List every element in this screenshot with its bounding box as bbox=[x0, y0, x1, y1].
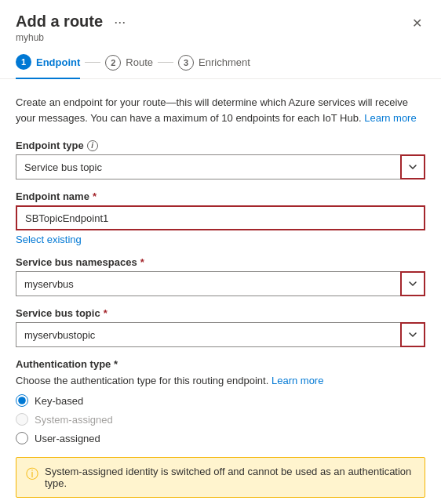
steps-bar: 1 Endpoint 2 Route 3 Enrichment bbox=[0, 43, 441, 79]
service-bus-namespaces-select-wrapper: myservbus bbox=[16, 271, 425, 296]
service-bus-topic-select-wrapper: myservbustopic bbox=[16, 322, 425, 347]
radio-system-assigned[interactable] bbox=[16, 413, 28, 426]
step-2-label: Route bbox=[126, 56, 153, 68]
step-3-label: Enrichment bbox=[199, 56, 250, 68]
service-bus-namespaces-select[interactable]: myservbus bbox=[16, 271, 425, 296]
endpoint-type-group: Endpoint type i Service bus topic bbox=[16, 140, 425, 179]
radio-key-based-label: Key-based bbox=[35, 395, 83, 407]
service-bus-topic-select[interactable]: myservbustopic bbox=[16, 322, 425, 347]
info-banner-text: System-assigned identity is switched off… bbox=[45, 466, 415, 489]
info-banner-icon: ⓘ bbox=[26, 466, 38, 483]
radio-item-system-assigned: System-assigned bbox=[16, 413, 425, 426]
description-text: Create an endpoint for your route—this w… bbox=[16, 95, 425, 125]
step-route[interactable]: 2 Route bbox=[105, 55, 153, 78]
auth-type-group: Authentication type * Choose the authent… bbox=[16, 358, 425, 444]
panel-body: Create an endpoint for your route—this w… bbox=[0, 79, 441, 504]
endpoint-type-select-wrapper: Service bus topic bbox=[16, 154, 425, 179]
panel-subtitle: myhub bbox=[16, 32, 130, 43]
endpoint-name-required: * bbox=[93, 190, 97, 202]
step-1-number: 1 bbox=[16, 54, 31, 70]
radio-item-key-based: Key-based bbox=[16, 394, 425, 407]
panel-title: Add a route ··· bbox=[16, 13, 130, 31]
select-existing-link[interactable]: Select existing bbox=[16, 234, 82, 245]
step-1-label: Endpoint bbox=[36, 56, 80, 68]
auth-type-description: Choose the authentication type for this … bbox=[16, 375, 425, 386]
title-text: Add a route bbox=[16, 13, 103, 31]
step-2-number: 2 bbox=[105, 55, 121, 71]
info-banner: ⓘ System-assigned identity is switched o… bbox=[16, 457, 425, 498]
add-route-panel: Add a route ··· myhub ✕ 1 Endpoint 2 Rou… bbox=[0, 0, 441, 504]
service-bus-topic-dropdown-btn[interactable] bbox=[400, 322, 425, 347]
radio-user-assigned-label: User-assigned bbox=[35, 433, 100, 444]
service-bus-namespaces-group: Service bus namespaces * myservbus bbox=[16, 256, 425, 296]
endpoint-name-group: Endpoint name * Select existing bbox=[16, 190, 425, 245]
sb-namespaces-required: * bbox=[140, 256, 144, 268]
radio-item-user-assigned: User-assigned bbox=[16, 432, 425, 444]
close-button[interactable]: ✕ bbox=[409, 13, 425, 34]
auth-type-required: * bbox=[114, 358, 118, 370]
service-bus-topic-group: Service bus topic * myservbustopic bbox=[16, 307, 425, 347]
endpoint-name-label: Endpoint name * bbox=[16, 190, 425, 202]
endpoint-name-input[interactable] bbox=[16, 205, 425, 230]
endpoint-type-dropdown-btn[interactable] bbox=[400, 154, 425, 179]
auth-learn-more-link[interactable]: Learn more bbox=[272, 375, 323, 386]
header-right: ✕ bbox=[409, 13, 425, 34]
endpoint-type-label: Endpoint type i bbox=[16, 140, 425, 151]
endpoint-type-select[interactable]: Service bus topic bbox=[16, 154, 425, 179]
step-3-number: 3 bbox=[178, 55, 194, 71]
description-learn-more-link[interactable]: Learn more bbox=[364, 112, 416, 124]
step-separator-2 bbox=[158, 62, 173, 63]
radio-system-assigned-label: System-assigned bbox=[35, 414, 113, 426]
panel-header: Add a route ··· myhub ✕ bbox=[0, 0, 441, 43]
title-area: Add a route ··· myhub bbox=[16, 13, 130, 43]
ellipsis-button[interactable]: ··· bbox=[109, 13, 130, 31]
step-endpoint[interactable]: 1 Endpoint bbox=[16, 54, 80, 79]
sb-topic-required: * bbox=[104, 307, 108, 319]
radio-key-based[interactable] bbox=[16, 394, 28, 407]
service-bus-topic-label: Service bus topic * bbox=[16, 307, 425, 319]
step-separator-1 bbox=[85, 62, 100, 63]
service-bus-namespaces-dropdown-btn[interactable] bbox=[400, 271, 425, 296]
radio-user-assigned[interactable] bbox=[16, 432, 28, 444]
auth-radio-group: Key-based System-assigned User-assigned bbox=[16, 394, 425, 444]
auth-type-label: Authentication type * bbox=[16, 358, 425, 370]
endpoint-type-info-icon[interactable]: i bbox=[87, 140, 98, 151]
step-enrichment[interactable]: 3 Enrichment bbox=[178, 55, 250, 78]
service-bus-namespaces-label: Service bus namespaces * bbox=[16, 256, 425, 268]
